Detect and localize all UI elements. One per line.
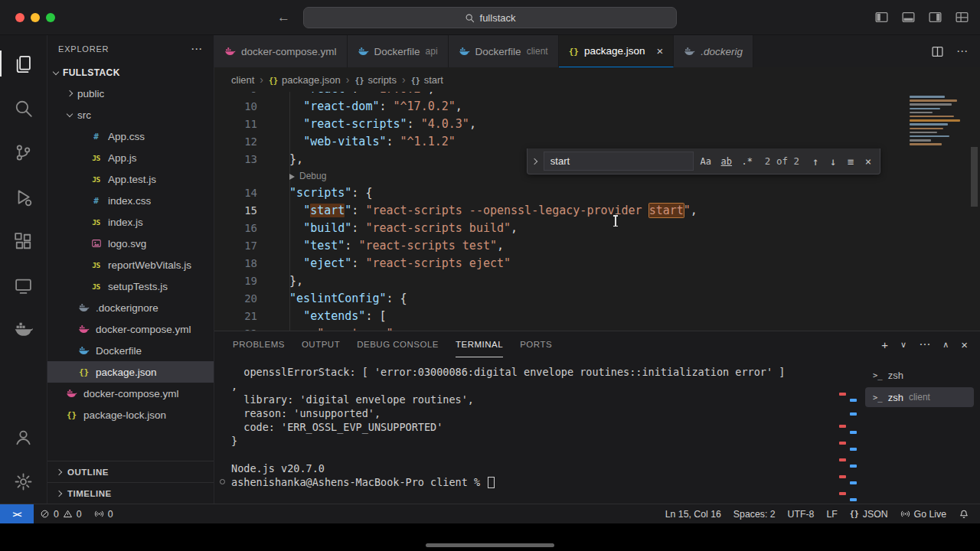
activity-accounts[interactable] xyxy=(0,415,47,459)
tree-item-index.css[interactable]: #index.css xyxy=(47,190,214,211)
tree-item-.dockerignore[interactable]: .dockerignore xyxy=(47,297,214,318)
code-line-22[interactable]: 22 "react-app", xyxy=(214,325,980,331)
breadcrumb-item-package.json[interactable]: {}package.json xyxy=(269,74,341,86)
tree-item-docker-compose.yml[interactable]: docker-compose.yml xyxy=(47,318,214,340)
panel-tab-output[interactable]: OUTPUT xyxy=(302,331,340,357)
tree-item-App.test.js[interactable]: JSApp.test.js xyxy=(47,168,214,190)
maximize-panel-icon[interactable]: ∧ xyxy=(942,340,949,350)
activity-explorer[interactable] xyxy=(0,41,47,86)
file-icon-docker-pink xyxy=(224,46,236,57)
tab-Dockerfile-api[interactable]: Dockerfileapi xyxy=(348,35,449,67)
activity-run-debug[interactable] xyxy=(0,174,47,219)
code-line-18[interactable]: 18 "eject": "react-scripts eject" xyxy=(214,255,980,272)
breadcrumb-item-scripts[interactable]: {}scripts xyxy=(354,74,397,86)
problems-status[interactable]: 0 0 xyxy=(34,504,88,523)
panel-tab-debug-console[interactable]: DEBUG CONSOLE xyxy=(357,331,439,357)
code-area[interactable]: 9 "react": "^17.0.2",10 "react-dom": "^1… xyxy=(214,92,980,331)
tree-item-Dockerfile[interactable]: Dockerfile xyxy=(47,340,214,361)
whole-word-icon[interactable]: ab xyxy=(718,153,735,170)
close-panel-icon[interactable]: × xyxy=(961,338,968,351)
indentation-status[interactable]: Spaces: 2 xyxy=(727,504,782,523)
minimap[interactable] xyxy=(910,96,968,147)
tree-item-docker-compose.yml[interactable]: docker-compose.yml xyxy=(47,383,214,404)
nav-back-button[interactable]: ← xyxy=(277,10,290,25)
breadcrumb-item-start[interactable]: {}start xyxy=(411,74,443,86)
encoding-status[interactable]: UTF-8 xyxy=(782,504,821,523)
find-input[interactable] xyxy=(544,152,694,171)
tree-item-reportWebVitals.js[interactable]: JSreportWebVitals.js xyxy=(47,254,214,276)
regex-icon[interactable]: .* xyxy=(739,153,756,170)
timeline-section[interactable]: TIMELINE xyxy=(47,482,214,504)
match-case-icon[interactable]: Aa xyxy=(697,153,714,170)
activity-extensions[interactable] xyxy=(0,219,47,263)
find-in-selection-icon[interactable]: ≡ xyxy=(844,155,858,168)
code-line-9[interactable]: 9 "react": "^17.0.2", xyxy=(214,92,980,98)
layout-sidebar-icon[interactable] xyxy=(874,10,889,24)
go-live-button[interactable]: Go Live xyxy=(894,504,952,523)
tree-item-logo.svg[interactable]: logo.svg xyxy=(47,233,214,254)
tree-item-public[interactable]: public xyxy=(47,83,214,104)
activity-settings[interactable] xyxy=(0,459,47,504)
code-line-21[interactable]: 21 "extends": [ xyxy=(214,308,980,325)
remote-indicator[interactable]: >< xyxy=(0,504,34,523)
tab-actions-more-icon[interactable]: ⋯ xyxy=(956,44,969,58)
terminal-output[interactable]: opensslErrorStack: [ 'error:03000086:dig… xyxy=(214,357,865,504)
layout-customize-icon[interactable] xyxy=(955,10,969,24)
command-center-search[interactable]: fullstack xyxy=(303,7,677,28)
tree-item-package-lock.json[interactable]: {}package-lock.json xyxy=(47,404,214,425)
code-line-16[interactable]: 16 "build": "react-scripts build", xyxy=(214,220,980,237)
tab-Dockerfile-client[interactable]: Dockerfileclient xyxy=(449,35,559,67)
tab-.dockerig[interactable]: .dockerig xyxy=(674,35,753,67)
notifications-bell[interactable] xyxy=(952,504,980,523)
tree-item-setupTests.js[interactable]: JSsetupTests.js xyxy=(47,276,214,297)
code-line-19[interactable]: 19 }, xyxy=(214,272,980,290)
ports-status[interactable]: 0 xyxy=(88,504,119,523)
code-line-15[interactable]: 15 "start": "react-scripts --openssl-leg… xyxy=(214,202,980,220)
code-line-17[interactable]: 17 "test": "react-scripts test", xyxy=(214,237,980,255)
explorer-actions-icon[interactable]: ⋯ xyxy=(191,42,203,56)
terminal-tab-zsh-client[interactable]: >_zshclient xyxy=(865,387,974,407)
breadcrumb-item-client[interactable]: client xyxy=(231,74,254,86)
tree-item-index.js[interactable]: JSindex.js xyxy=(47,211,214,233)
close-window-button[interactable] xyxy=(15,13,24,22)
tree-item-label: reportWebVitals.js xyxy=(108,259,191,271)
code-line-20[interactable]: 20 "eslintConfig": { xyxy=(214,290,980,308)
terminal-dropdown-icon[interactable]: ∨ xyxy=(900,340,906,350)
panel-more-icon[interactable]: ⋯ xyxy=(919,337,930,351)
file-icon-js: JS xyxy=(90,218,103,227)
command-decoration-icon[interactable] xyxy=(220,479,225,484)
minimize-window-button[interactable] xyxy=(31,13,40,22)
activity-search[interactable] xyxy=(0,86,47,130)
panel-tab-problems[interactable]: PROBLEMS xyxy=(233,331,285,357)
terminal-tab-zsh[interactable]: >_zsh xyxy=(865,365,974,385)
code-line-14[interactable]: 14 "scripts": { xyxy=(214,184,980,202)
split-editor-icon[interactable] xyxy=(931,45,944,58)
tree-item-src[interactable]: src xyxy=(47,104,214,126)
tree-item-package.json[interactable]: {}package.json xyxy=(47,361,214,383)
tree-item-App.css[interactable]: #App.css xyxy=(47,126,214,147)
activity-remote-explorer[interactable] xyxy=(0,263,47,308)
previous-match-icon[interactable]: ↑ xyxy=(808,155,822,168)
code-line-11[interactable]: 11 "react-scripts": "4.0.3", xyxy=(214,116,980,133)
next-match-icon[interactable]: ↓ xyxy=(826,155,840,168)
new-terminal-icon[interactable]: + xyxy=(881,338,888,351)
activity-docker[interactable] xyxy=(0,308,47,352)
outline-section[interactable]: OUTLINE xyxy=(47,461,214,482)
panel-tab-ports[interactable]: PORTS xyxy=(520,331,552,357)
editor-scrollbar[interactable] xyxy=(971,147,978,207)
toggle-replace-icon[interactable] xyxy=(529,159,540,164)
panel-tab-terminal[interactable]: TERMINAL xyxy=(456,331,503,357)
tree-item-App.js[interactable]: JSApp.js xyxy=(47,147,214,168)
cursor-position-status[interactable]: Ln 15, Col 16 xyxy=(659,504,727,523)
tab-docker-compose.yml[interactable]: docker-compose.yml xyxy=(214,35,348,67)
close-icon[interactable]: × xyxy=(656,44,663,57)
workspace-root[interactable]: FULLSTACK xyxy=(47,63,214,83)
zoom-window-button[interactable] xyxy=(46,13,55,22)
code-line-10[interactable]: 10 "react-dom": "^17.0.2", xyxy=(214,98,980,116)
settings-icon xyxy=(14,472,33,491)
layout-panel-icon[interactable] xyxy=(901,10,916,24)
tab-package.json[interactable]: {}package.json× xyxy=(559,35,675,67)
layout-sidebar-right-icon[interactable] xyxy=(928,10,942,24)
activity-source-control[interactable] xyxy=(0,130,47,174)
close-find-icon[interactable]: × xyxy=(861,155,875,168)
